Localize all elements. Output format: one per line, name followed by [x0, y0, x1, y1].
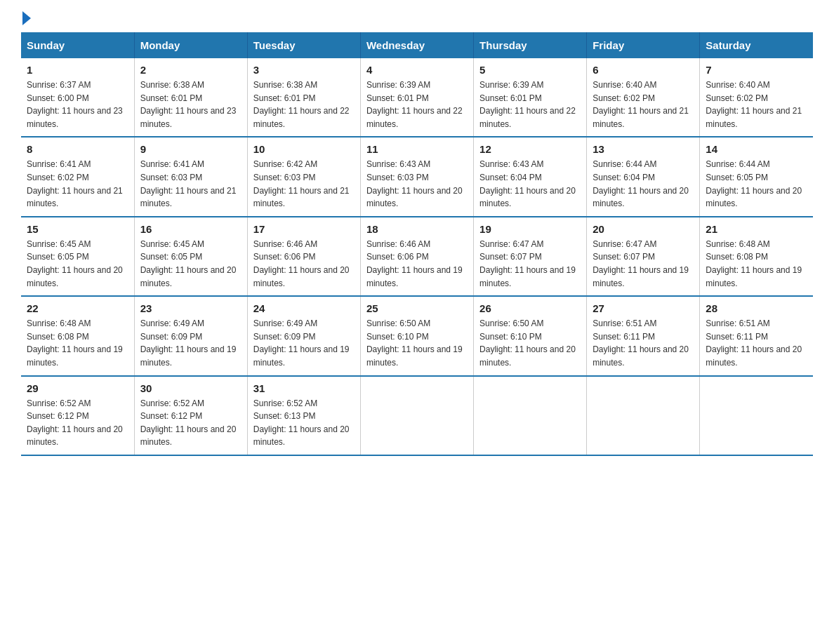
day-info: Sunrise: 6:47 AM Sunset: 6:07 PM Dayligh… [593, 238, 694, 290]
day-number: 8 [27, 143, 128, 155]
day-number: 16 [140, 223, 241, 235]
day-info: Sunrise: 6:38 AM Sunset: 6:01 PM Dayligh… [253, 79, 355, 130]
calendar-cell: 31 Sunrise: 6:52 AM Sunset: 6:13 PM Dayl… [247, 376, 360, 455]
calendar-cell: 8 Sunrise: 6:41 AM Sunset: 6:02 PM Dayli… [21, 137, 134, 216]
day-info: Sunrise: 6:41 AM Sunset: 6:02 PM Dayligh… [27, 158, 128, 210]
calendar-cell: 14 Sunrise: 6:44 AM Sunset: 6:05 PM Dayl… [700, 137, 813, 216]
calendar-cell: 24 Sunrise: 6:49 AM Sunset: 6:09 PM Dayl… [247, 296, 360, 375]
calendar-cell: 11 Sunrise: 6:43 AM Sunset: 6:03 PM Dayl… [360, 137, 473, 216]
logo [21, 14, 31, 25]
day-number: 28 [706, 302, 807, 314]
day-info: Sunrise: 6:38 AM Sunset: 6:01 PM Dayligh… [140, 79, 241, 130]
calendar-header-friday: Friday [587, 32, 700, 58]
calendar-header-monday: Monday [134, 32, 247, 58]
calendar-cell: 4 Sunrise: 6:39 AM Sunset: 6:01 PM Dayli… [360, 58, 473, 137]
calendar-cell: 27 Sunrise: 6:51 AM Sunset: 6:11 PM Dayl… [587, 296, 700, 375]
day-info: Sunrise: 6:49 AM Sunset: 6:09 PM Dayligh… [140, 317, 241, 369]
day-info: Sunrise: 6:43 AM Sunset: 6:03 PM Dayligh… [366, 158, 468, 210]
calendar-header-tuesday: Tuesday [247, 32, 360, 58]
calendar-cell [360, 376, 473, 455]
day-info: Sunrise: 6:46 AM Sunset: 6:06 PM Dayligh… [253, 238, 355, 290]
day-number: 12 [479, 143, 581, 155]
calendar-cell: 25 Sunrise: 6:50 AM Sunset: 6:10 PM Dayl… [360, 296, 473, 375]
calendar-cell: 3 Sunrise: 6:38 AM Sunset: 6:01 PM Dayli… [247, 58, 360, 137]
day-info: Sunrise: 6:52 AM Sunset: 6:12 PM Dayligh… [140, 397, 241, 449]
day-number: 23 [140, 302, 241, 314]
day-info: Sunrise: 6:45 AM Sunset: 6:05 PM Dayligh… [27, 238, 128, 290]
day-number: 4 [366, 64, 468, 76]
calendar-header-saturday: Saturday [700, 32, 813, 58]
calendar-cell: 15 Sunrise: 6:45 AM Sunset: 6:05 PM Dayl… [21, 217, 134, 296]
day-info: Sunrise: 6:51 AM Sunset: 6:11 PM Dayligh… [706, 317, 807, 369]
day-info: Sunrise: 6:39 AM Sunset: 6:01 PM Dayligh… [366, 79, 468, 130]
day-number: 26 [479, 302, 581, 314]
day-number: 29 [27, 382, 128, 394]
day-number: 2 [140, 64, 241, 76]
calendar-cell: 9 Sunrise: 6:41 AM Sunset: 6:03 PM Dayli… [134, 137, 247, 216]
calendar-cell [700, 376, 813, 455]
day-number: 10 [253, 143, 355, 155]
day-info: Sunrise: 6:37 AM Sunset: 6:00 PM Dayligh… [27, 79, 128, 130]
day-number: 21 [706, 223, 807, 235]
calendar-week-row: 8 Sunrise: 6:41 AM Sunset: 6:02 PM Dayli… [21, 137, 813, 216]
day-info: Sunrise: 6:49 AM Sunset: 6:09 PM Dayligh… [253, 317, 355, 369]
calendar-cell: 22 Sunrise: 6:48 AM Sunset: 6:08 PM Dayl… [21, 296, 134, 375]
day-number: 25 [366, 302, 468, 314]
day-info: Sunrise: 6:42 AM Sunset: 6:03 PM Dayligh… [253, 158, 355, 210]
day-number: 13 [593, 143, 694, 155]
day-number: 30 [140, 382, 241, 394]
calendar-week-row: 22 Sunrise: 6:48 AM Sunset: 6:08 PM Dayl… [21, 296, 813, 375]
day-info: Sunrise: 6:41 AM Sunset: 6:03 PM Dayligh… [140, 158, 241, 210]
day-number: 17 [253, 223, 355, 235]
calendar-cell: 1 Sunrise: 6:37 AM Sunset: 6:00 PM Dayli… [21, 58, 134, 137]
calendar-header-thursday: Thursday [474, 32, 587, 58]
day-info: Sunrise: 6:52 AM Sunset: 6:12 PM Dayligh… [27, 397, 128, 449]
calendar-cell: 19 Sunrise: 6:47 AM Sunset: 6:07 PM Dayl… [474, 217, 587, 296]
calendar-cell: 29 Sunrise: 6:52 AM Sunset: 6:12 PM Dayl… [21, 376, 134, 455]
day-number: 19 [479, 223, 581, 235]
calendar-cell: 12 Sunrise: 6:43 AM Sunset: 6:04 PM Dayl… [474, 137, 587, 216]
logo-arrow-icon [22, 11, 31, 25]
day-info: Sunrise: 6:48 AM Sunset: 6:08 PM Dayligh… [706, 238, 807, 290]
day-number: 9 [140, 143, 241, 155]
calendar-cell: 10 Sunrise: 6:42 AM Sunset: 6:03 PM Dayl… [247, 137, 360, 216]
calendar-header-wednesday: Wednesday [360, 32, 473, 58]
calendar-cell: 30 Sunrise: 6:52 AM Sunset: 6:12 PM Dayl… [134, 376, 247, 455]
day-info: Sunrise: 6:40 AM Sunset: 6:02 PM Dayligh… [593, 79, 694, 130]
day-info: Sunrise: 6:45 AM Sunset: 6:05 PM Dayligh… [140, 238, 241, 290]
day-number: 6 [593, 64, 694, 76]
day-number: 1 [27, 64, 128, 76]
calendar-cell: 28 Sunrise: 6:51 AM Sunset: 6:11 PM Dayl… [700, 296, 813, 375]
day-number: 3 [253, 64, 355, 76]
calendar-cell: 2 Sunrise: 6:38 AM Sunset: 6:01 PM Dayli… [134, 58, 247, 137]
calendar-cell: 17 Sunrise: 6:46 AM Sunset: 6:06 PM Dayl… [247, 217, 360, 296]
calendar-header-row: SundayMondayTuesdayWednesdayThursdayFrid… [21, 32, 813, 58]
day-info: Sunrise: 6:51 AM Sunset: 6:11 PM Dayligh… [593, 317, 694, 369]
calendar-cell: 23 Sunrise: 6:49 AM Sunset: 6:09 PM Dayl… [134, 296, 247, 375]
day-info: Sunrise: 6:40 AM Sunset: 6:02 PM Dayligh… [706, 79, 807, 130]
calendar-table: SundayMondayTuesdayWednesdayThursdayFrid… [21, 32, 813, 456]
calendar-cell: 20 Sunrise: 6:47 AM Sunset: 6:07 PM Dayl… [587, 217, 700, 296]
page-header [21, 14, 813, 25]
calendar-week-row: 15 Sunrise: 6:45 AM Sunset: 6:05 PM Dayl… [21, 217, 813, 296]
calendar-cell: 21 Sunrise: 6:48 AM Sunset: 6:08 PM Dayl… [700, 217, 813, 296]
day-info: Sunrise: 6:47 AM Sunset: 6:07 PM Dayligh… [479, 238, 581, 290]
day-number: 31 [253, 382, 355, 394]
day-number: 18 [366, 223, 468, 235]
day-info: Sunrise: 6:50 AM Sunset: 6:10 PM Dayligh… [366, 317, 468, 369]
day-info: Sunrise: 6:50 AM Sunset: 6:10 PM Dayligh… [479, 317, 581, 369]
day-number: 11 [366, 143, 468, 155]
day-info: Sunrise: 6:46 AM Sunset: 6:06 PM Dayligh… [366, 238, 468, 290]
calendar-cell: 18 Sunrise: 6:46 AM Sunset: 6:06 PM Dayl… [360, 217, 473, 296]
day-info: Sunrise: 6:44 AM Sunset: 6:05 PM Dayligh… [706, 158, 807, 210]
calendar-cell: 13 Sunrise: 6:44 AM Sunset: 6:04 PM Dayl… [587, 137, 700, 216]
day-number: 22 [27, 302, 128, 314]
calendar-cell: 26 Sunrise: 6:50 AM Sunset: 6:10 PM Dayl… [474, 296, 587, 375]
day-number: 14 [706, 143, 807, 155]
calendar-cell: 7 Sunrise: 6:40 AM Sunset: 6:02 PM Dayli… [700, 58, 813, 137]
calendar-cell: 6 Sunrise: 6:40 AM Sunset: 6:02 PM Dayli… [587, 58, 700, 137]
calendar-header-sunday: Sunday [21, 32, 134, 58]
calendar-cell [587, 376, 700, 455]
day-number: 24 [253, 302, 355, 314]
day-info: Sunrise: 6:48 AM Sunset: 6:08 PM Dayligh… [27, 317, 128, 369]
